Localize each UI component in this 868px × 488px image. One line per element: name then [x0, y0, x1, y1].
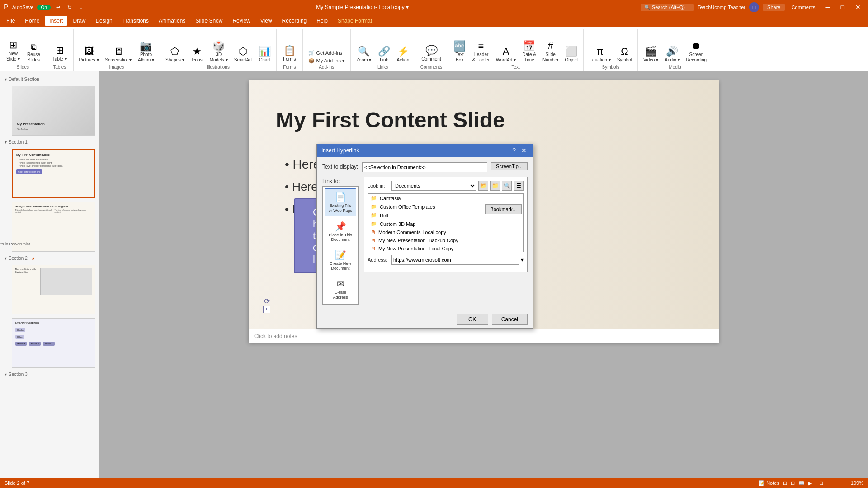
- view-reading-btn[interactable]: 📖: [798, 480, 805, 486]
- file-item-modern[interactable]: 🖹 Modern Comments-Local copy: [368, 228, 523, 236]
- section-3[interactable]: ▾ Section 3: [2, 370, 97, 379]
- link-option-email[interactable]: ✉ E-mailAddress: [325, 276, 356, 303]
- ribbon-group-links: 🔍 Zoom ▾ 🔗 Link ⚡ Action Links: [351, 29, 415, 71]
- link-option-existing[interactable]: 📄 Existing Fileor Web Page: [325, 188, 356, 216]
- file-item-new-backup[interactable]: 🖹 My New Presentation- Backup Copy: [368, 236, 523, 244]
- view-sorter-btn[interactable]: ⊞: [791, 480, 795, 486]
- wordart-btn[interactable]: A WordArt ▾: [493, 45, 519, 65]
- slide-thumb-2[interactable]: My First Content Slide • Here are some b…: [12, 149, 95, 198]
- file-item-new-local[interactable]: 🖹 My New Presentation- Local Copy: [368, 244, 523, 252]
- chart-btn[interactable]: 📊 Chart: [255, 45, 274, 65]
- section-2[interactable]: ▾ Section 2 ★: [2, 254, 97, 263]
- address-dropdown-icon[interactable]: ▾: [521, 257, 524, 263]
- header-footer-btn[interactable]: ≡ Header& Footer: [470, 39, 492, 65]
- menu-insert[interactable]: Insert: [45, 16, 67, 26]
- ribbon-group-images: 🖼 Pictures ▾ 🖥 Screenshot ▾ 📷 PhotoAlbum…: [74, 29, 160, 71]
- user-avatar[interactable]: TT: [749, 2, 759, 12]
- view-slideshow-btn[interactable]: ▶: [808, 480, 812, 486]
- restore-btn[interactable]: □: [837, 2, 848, 13]
- menu-draw[interactable]: Draw: [68, 16, 90, 26]
- screen-recording-btn[interactable]: ⏺ ScreenRecording: [684, 39, 710, 65]
- menu-file[interactable]: File: [2, 16, 19, 26]
- link-option-create[interactable]: 📝 Create NewDocument: [325, 247, 356, 274]
- table-btn[interactable]: ⊞ Table ▾: [49, 43, 71, 65]
- autosave-toggle[interactable]: On: [37, 5, 50, 10]
- menu-design[interactable]: Design: [91, 16, 117, 26]
- menu-slideshow[interactable]: Slide Show: [191, 16, 227, 26]
- folder-up-btn[interactable]: 📂: [478, 181, 488, 191]
- comment-btn[interactable]: 💬 Comment: [418, 43, 444, 65]
- menu-recording[interactable]: Recording: [278, 16, 311, 26]
- textbox-btn[interactable]: 🔤 TextBox: [451, 39, 469, 65]
- menu-help[interactable]: Help: [312, 16, 332, 26]
- close-btn[interactable]: ✕: [852, 2, 864, 13]
- dialog-help-btn[interactable]: ?: [510, 147, 518, 154]
- symbol-btn[interactable]: Ω Symbol: [614, 45, 635, 65]
- share-btn[interactable]: Share: [763, 4, 785, 11]
- link-option-place[interactable]: 📌 Place in ThisDocument: [325, 218, 356, 245]
- zoom-btn[interactable]: 🔍 Zoom ▾: [354, 45, 374, 65]
- addins-group-label: Add-ins: [319, 65, 334, 71]
- search-web-btn[interactable]: 🔍: [502, 181, 512, 191]
- cancel-btn[interactable]: Cancel: [492, 314, 528, 325]
- text-display-input[interactable]: [362, 162, 487, 172]
- slide-wrapper-5: 5 SmartArt Graphics Honcho Helper Missio…: [12, 317, 95, 369]
- slide-thumb-4[interactable]: This is a Picture with Caption Slide: [12, 265, 95, 314]
- 3d-models-btn[interactable]: 🎲 3DModels ▾: [207, 39, 231, 65]
- video-btn[interactable]: 🎬 Video ▾: [641, 45, 661, 65]
- section-default[interactable]: ▾ Default Section: [2, 75, 97, 84]
- comments-btn[interactable]: Comments: [788, 4, 818, 11]
- undo-icon[interactable]: ↩: [54, 4, 62, 11]
- notes-btn[interactable]: 📝 Notes: [759, 480, 779, 486]
- section2-collapse-icon: ▾: [5, 256, 7, 261]
- audio-btn[interactable]: 🔊 Audio ▾: [662, 45, 682, 65]
- redo-icon[interactable]: ↻: [66, 4, 73, 11]
- slide-thumb-5[interactable]: SmartArt Graphics Honcho Helper Mission …: [12, 318, 95, 368]
- menu-view[interactable]: View: [256, 16, 277, 26]
- screenshot-btn[interactable]: 🖥 Screenshot ▾: [103, 45, 134, 65]
- date-time-btn[interactable]: 📅 Date &Time: [519, 39, 539, 65]
- minimize-btn[interactable]: ─: [822, 2, 834, 13]
- view-normal-btn[interactable]: ⊡: [783, 480, 787, 486]
- bookmark-btn[interactable]: Bookmark...: [485, 204, 522, 214]
- new-folder-btn[interactable]: 📁: [490, 181, 500, 191]
- pictures-btn[interactable]: 🖼 Pictures ▾: [76, 45, 102, 65]
- customize-icon[interactable]: ⌄: [77, 4, 85, 11]
- file-item-custom3d[interactable]: 📁 Custom 3D Map: [368, 220, 523, 228]
- toggle-view-btn[interactable]: ☰: [514, 181, 524, 191]
- file-item-camtasia[interactable]: 📁 Camtasia: [368, 194, 523, 202]
- link-sidebar: 📄 Existing Fileor Web Page 📌 Place in Th…: [322, 186, 359, 305]
- shapes-btn[interactable]: ⬠ Shapes ▾: [163, 45, 187, 65]
- reuse-slides-btn[interactable]: ⧉ ReuseSlides: [24, 41, 43, 65]
- address-input[interactable]: [391, 255, 519, 265]
- slide-thumb-1[interactable]: My Presentation By Author: [12, 86, 95, 136]
- new-slide-btn[interactable]: ⊞ NewSlide ▾: [3, 38, 24, 65]
- menu-review[interactable]: Review: [228, 16, 255, 26]
- menu-animations[interactable]: Animations: [154, 16, 190, 26]
- slide-number-btn[interactable]: # SlideNumber: [540, 39, 561, 65]
- link-btn[interactable]: 🔗 Link: [375, 45, 393, 65]
- forms-btn[interactable]: 📋 Forms: [279, 43, 299, 65]
- action-btn[interactable]: ⚡ Action: [394, 45, 412, 65]
- ok-btn[interactable]: OK: [457, 314, 488, 325]
- look-in-select[interactable]: Documents: [391, 181, 476, 191]
- menu-shapeformat[interactable]: Shape Format: [333, 16, 377, 26]
- photo-album-btn[interactable]: 📷 PhotoAlbum ▾: [135, 39, 157, 65]
- user-name: TeachUcomp Teacher: [698, 5, 745, 10]
- icons-btn[interactable]: ★ Icons: [188, 45, 206, 65]
- object-btn[interactable]: ⬜ Object: [562, 45, 581, 65]
- slide-wrapper-2: 2 My First Content Slide • Here are some…: [12, 147, 95, 200]
- dialog-close-btn[interactable]: ✕: [519, 147, 528, 154]
- my-addins-btn[interactable]: 📦 My Add-ins ▾: [306, 57, 348, 65]
- menu-transitions[interactable]: Transitions: [118, 16, 153, 26]
- section-1[interactable]: ▾ Section 1: [2, 138, 97, 146]
- equation-btn[interactable]: π Equation ▾: [586, 45, 613, 65]
- menu-home[interactable]: Home: [20, 16, 44, 26]
- search-box[interactable]: 🔍 Search (Alt+Q): [641, 4, 694, 11]
- screentip-btn[interactable]: ScreenTip...: [491, 162, 528, 170]
- get-addins-btn[interactable]: 🛒 Get Add-ins: [306, 49, 348, 56]
- fit-btn[interactable]: ⊡: [819, 480, 823, 486]
- smartart-btn[interactable]: ⬡ SmartArt: [231, 45, 255, 65]
- slide-number-charts: Charts in PowerPoint: [0, 242, 30, 246]
- file-list[interactable]: 📁 Camtasia 📁 Custom Office Templates 📁: [368, 193, 524, 252]
